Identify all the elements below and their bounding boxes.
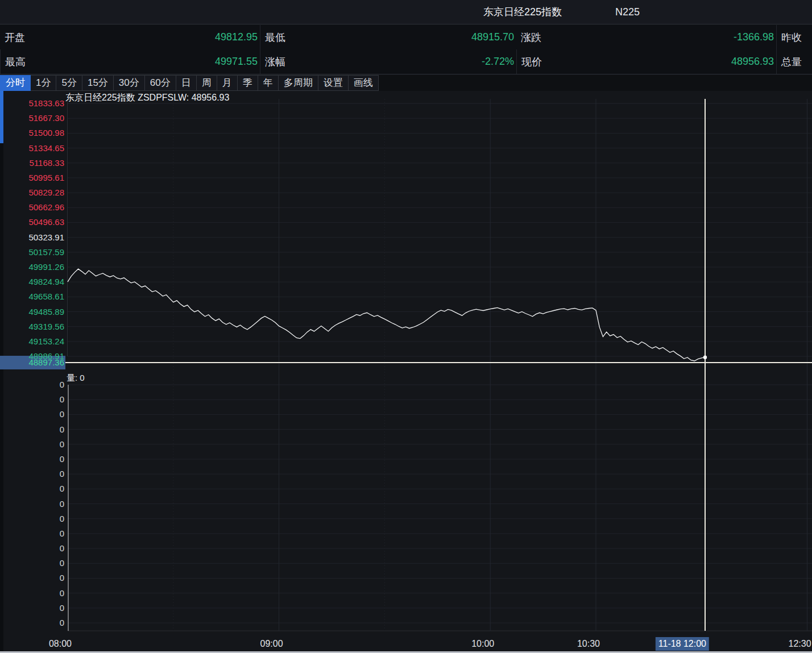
title-bar: 东京日经225指数 N225 [0, 0, 812, 24]
price-axis-label: 49658.61 [0, 291, 64, 302]
price-axis-label: 50323.91 [0, 232, 64, 243]
tab-5分[interactable]: 5分 [56, 75, 82, 91]
tab-1分[interactable]: 1分 [31, 75, 56, 91]
volume-axis-label: 0 [0, 528, 64, 539]
chart-region[interactable]: 东京日经225指数 ZSDPFSLW: 48956.93 量: 0 48897.… [0, 91, 812, 653]
tab-多周期[interactable]: 多周期 [279, 75, 318, 91]
volume-axis-label: 0 [0, 572, 64, 584]
tab-日[interactable]: 日 [176, 75, 197, 91]
price-axis-label: 51334.65 [0, 143, 64, 154]
quote-label: 现价 [521, 55, 542, 69]
quote-cell-现价: 现价48956.93 [516, 49, 776, 74]
chart-header-readout: 东京日经225指数 ZSDPFSLW: 48956.93 [65, 92, 229, 104]
price-line [68, 269, 705, 361]
volume-axis-label: 0 [0, 394, 64, 405]
volume-readout: 量: 0 [67, 373, 85, 384]
last-price-dot [703, 355, 707, 359]
tab-60分[interactable]: 60分 [145, 75, 176, 91]
tab-周[interactable]: 周 [197, 75, 217, 91]
quote-label: 总量 [781, 55, 802, 69]
volume-axis-label: 0 [0, 617, 64, 629]
price-axis-label: 51500.98 [0, 127, 64, 139]
price-axis-label: 51667.30 [0, 113, 64, 124]
price-axis-label: 49824.94 [0, 276, 64, 288]
price-axis-label: 50157.59 [0, 247, 64, 258]
price-axis-label: 51168.33 [0, 157, 64, 169]
quote-label: 涨幅 [265, 55, 285, 69]
volume-axis-label: 0 [0, 439, 64, 450]
quote-cell-最高: 最高49971.55 [0, 49, 260, 74]
volume-axis-label: 0 [0, 498, 64, 510]
tab-15分[interactable]: 15分 [82, 75, 114, 91]
time-axis-label: 10:30 [577, 637, 600, 651]
instrument-title: 东京日经225指数 [483, 0, 562, 24]
volume-axis-label: 0 [0, 543, 64, 554]
stock-app-window: 东京日经225指数 N225 开盘49812.95最高49971.55最低489… [0, 0, 812, 653]
volume-axis-label: 0 [0, 454, 64, 465]
price-axis-label: 50662.96 [0, 202, 64, 213]
volume-axis-label: 0 [0, 602, 64, 614]
tab-年[interactable]: 年 [258, 75, 279, 91]
volume-axis-label: 0 [0, 558, 64, 569]
quote-label: 开盘 [5, 31, 25, 44]
crosshair-time-label: 11-18 12:00 [656, 637, 709, 651]
volume-axis-label: 0 [0, 424, 64, 435]
tab-30分[interactable]: 30分 [114, 75, 145, 91]
volume-axis-label: 0 [0, 513, 64, 525]
price-axis-label: 50829.28 [0, 187, 64, 198]
price-axis-label: 48986.91 [0, 351, 64, 362]
quote-cell-昨收: 昨收 [776, 25, 812, 49]
price-axis-label: 49991.26 [0, 261, 64, 273]
quote-label: 最低 [265, 31, 285, 44]
volume-axis-label: 0 [0, 379, 64, 390]
price-axis-label: 49319.56 [0, 321, 64, 332]
price-axis-label: 50995.61 [0, 172, 64, 184]
instrument-symbol: N225 [615, 0, 640, 24]
volume-axis-label: 0 [0, 588, 64, 599]
quote-value: 49812.95 [215, 31, 258, 43]
time-axis-label: 08:00 [49, 637, 72, 651]
price-axis-label: 49485.89 [0, 306, 64, 318]
quote-value: -2.72% [482, 56, 514, 68]
volume-axis-label: 0 [0, 483, 64, 494]
volume-axis-label: 0 [0, 468, 64, 480]
tab-季[interactable]: 季 [238, 75, 258, 91]
quote-label: 最高 [5, 55, 26, 69]
price-axis-label: 51833.63 [0, 98, 64, 109]
volume-axis-label: 0 [0, 409, 64, 420]
price-axis-label: 50496.63 [0, 217, 64, 228]
quote-label: 昨收 [781, 31, 802, 44]
tab-月[interactable]: 月 [217, 75, 238, 91]
quote-value: -1366.98 [734, 31, 774, 43]
tab-bar: 分时1分5分15分30分60分日周月季年多周期设置画线 [0, 75, 812, 91]
quote-cell-总量: 总量 [776, 49, 812, 74]
quote-cell-最低: 最低48915.70 [260, 25, 516, 49]
price-axis-label: 49153.24 [0, 336, 64, 347]
time-axis-label: 12:30 [789, 637, 811, 651]
quote-value: 49971.55 [215, 56, 258, 68]
tab-分时[interactable]: 分时 [0, 75, 31, 91]
quote-value: 48956.93 [731, 56, 774, 68]
tab-画线[interactable]: 画线 [349, 75, 379, 91]
time-axis-label: 10:00 [471, 637, 494, 651]
quote-cell-涨跌: 涨跌-1366.98 [516, 25, 776, 49]
quote-cell-涨幅: 涨幅-2.72% [260, 49, 516, 74]
quote-value: 48915.70 [471, 31, 514, 43]
tab-设置[interactable]: 设置 [318, 75, 349, 91]
price-volume-canvas[interactable] [0, 91, 812, 653]
quote-label: 涨跌 [521, 31, 541, 44]
time-axis-label: 09:00 [260, 637, 283, 651]
quote-panel: 开盘49812.95最高49971.55最低48915.70涨幅-2.72%涨跌… [0, 25, 812, 74]
quote-cell-开盘: 开盘49812.95 [0, 25, 260, 49]
